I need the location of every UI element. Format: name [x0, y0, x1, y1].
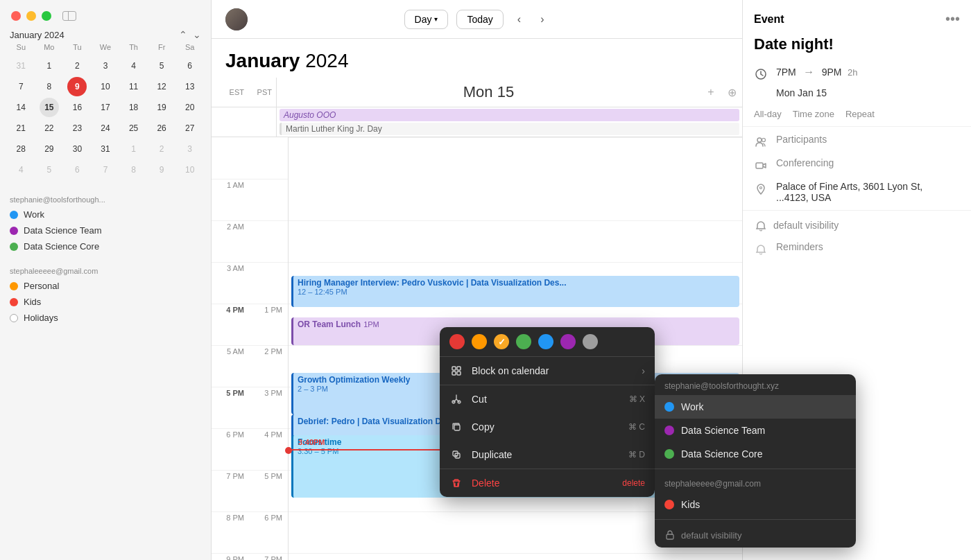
mini-day-7[interactable]: 7: [11, 77, 31, 96]
mini-day-5-next[interactable]: 5: [40, 160, 59, 180]
mini-day-9-today[interactable]: 9: [67, 77, 87, 96]
time-slot-2am: 2 AM: [212, 220, 250, 262]
mini-day-20[interactable]: 20: [180, 98, 200, 117]
mini-day-3[interactable]: 3: [96, 56, 115, 76]
color-yellow[interactable]: [494, 334, 509, 349]
mini-cal-next[interactable]: ⌄: [193, 29, 201, 40]
next-button[interactable]: ›: [535, 10, 549, 28]
mini-day-26[interactable]: 26: [152, 119, 171, 138]
mini-day-30[interactable]: 30: [67, 139, 87, 159]
sm-data-science-core[interactable]: Data Science Core: [655, 442, 856, 466]
rp-timezone-action[interactable]: Time zone: [793, 109, 834, 119]
rp-more-button[interactable]: •••: [945, 11, 960, 27]
day-number: Mon 15: [277, 83, 701, 101]
sm-dsc-label: Data Science Core: [681, 448, 763, 460]
mini-cal-prev[interactable]: ⌃: [179, 29, 187, 40]
rp-date-row: Mon Jan 15: [743, 85, 971, 105]
cm-block-calendar[interactable]: Block on calendar ›: [440, 357, 655, 385]
color-gray[interactable]: [583, 334, 598, 349]
mini-day-3-next[interactable]: 3: [180, 139, 200, 159]
rp-participants-row: Participants: [743, 130, 971, 153]
color-blue[interactable]: [538, 334, 553, 349]
sm-work-dot: [664, 402, 674, 412]
mini-day-25[interactable]: 25: [124, 119, 144, 138]
maximize-button[interactable]: [42, 11, 51, 21]
mini-day-2[interactable]: 2: [67, 56, 87, 76]
mini-day-4-next[interactable]: 4: [11, 160, 31, 180]
color-green[interactable]: [516, 334, 531, 349]
close-button[interactable]: [11, 11, 21, 21]
rp-allday-action[interactable]: All-day: [754, 109, 782, 119]
sm-work[interactable]: Work: [655, 395, 856, 419]
mlk-event[interactable]: Martin Luther King Jr. Day: [280, 123, 739, 135]
today-button[interactable]: Today: [456, 10, 503, 29]
mini-day-18[interactable]: 18: [124, 98, 144, 117]
rp-divider-1: [743, 126, 971, 127]
mini-day-15-selected[interactable]: 15: [40, 98, 59, 117]
pst-slot-12am: [250, 137, 288, 179]
mini-day-23[interactable]: 23: [67, 119, 87, 138]
mini-day-29[interactable]: 29: [40, 139, 59, 159]
event-hiring-interview[interactable]: Hiring Manager Interview: Pedro Vuskovic…: [291, 276, 739, 307]
mini-day-5[interactable]: 5: [152, 56, 171, 76]
split-view-button[interactable]: [62, 11, 76, 21]
month-label: January: [225, 50, 300, 71]
mini-day-10-next[interactable]: 10: [180, 160, 200, 180]
calendar-personal[interactable]: Personal: [0, 278, 211, 294]
year-label: 2024: [305, 50, 348, 71]
mini-day-9-next[interactable]: 9: [152, 160, 171, 180]
mini-day-21[interactable]: 21: [11, 119, 31, 138]
mini-day-12[interactable]: 12: [152, 77, 171, 96]
color-purple[interactable]: [560, 334, 576, 349]
rp-repeat-action[interactable]: Repeat: [845, 109, 875, 119]
day-header-mo: Mo: [35, 42, 64, 53]
mini-day-19[interactable]: 19: [152, 98, 171, 117]
mini-day-31[interactable]: 31: [96, 139, 115, 159]
mini-day-1-next[interactable]: 1: [124, 139, 144, 159]
mini-day-22[interactable]: 22: [40, 119, 59, 138]
cm-duplicate[interactable]: Duplicate ⌘ D: [440, 441, 655, 469]
calendar-data-science-core[interactable]: Data Science Core: [0, 238, 211, 254]
mini-day-2-next[interactable]: 2: [152, 139, 171, 159]
calendar-data-science-team[interactable]: Data Science Team: [0, 222, 211, 238]
mini-day-10[interactable]: 10: [96, 77, 115, 96]
view-selector[interactable]: Day ▾: [404, 10, 449, 29]
prev-button[interactable]: ‹: [512, 10, 526, 28]
calendar-work[interactable]: Work: [0, 207, 211, 222]
cm-copy-shortcut: ⌘ C: [628, 422, 645, 432]
sm-account1-label: stephanie@toolsforthought.xyz: [655, 374, 856, 395]
mini-day-31-prev[interactable]: 31: [11, 56, 31, 76]
cm-delete[interactable]: Delete delete: [440, 469, 655, 497]
calendar-kids[interactable]: Kids: [0, 294, 211, 310]
cm-cut[interactable]: Cut ⌘ X: [440, 385, 655, 413]
mini-day-6[interactable]: 6: [180, 56, 200, 76]
mini-day-14[interactable]: 14: [11, 98, 31, 117]
mini-day-8-next[interactable]: 8: [124, 160, 144, 180]
cm-copy[interactable]: Copy ⌘ C: [440, 413, 655, 441]
mini-day-27[interactable]: 27: [180, 119, 200, 138]
calendar-holidays[interactable]: Holidays: [0, 310, 211, 326]
mini-day-28[interactable]: 28: [11, 139, 31, 159]
mini-day-11[interactable]: 11: [124, 77, 144, 96]
mini-day-17[interactable]: 17: [96, 98, 115, 117]
rp-time-arrow: →: [803, 66, 817, 78]
mini-day-4[interactable]: 4: [124, 56, 144, 76]
mini-day-1[interactable]: 1: [40, 56, 59, 76]
sm-kids[interactable]: Kids: [655, 493, 856, 516]
mini-day-13[interactable]: 13: [180, 77, 200, 96]
current-time-label: 3:40PM: [298, 438, 325, 446]
sm-data-science-team[interactable]: Data Science Team: [655, 419, 856, 442]
more-icon[interactable]: ⊕: [721, 86, 742, 99]
augusto-ooo-event[interactable]: Augusto OOO: [280, 109, 739, 121]
user-avatar[interactable]: [225, 8, 248, 30]
plus-icon[interactable]: +: [701, 86, 721, 98]
minimize-button[interactable]: [26, 11, 36, 21]
pst-slot-1am: [250, 179, 288, 220]
mini-day-7-next[interactable]: 7: [96, 160, 115, 180]
color-orange[interactable]: [472, 334, 487, 349]
mini-day-8[interactable]: 8: [40, 77, 59, 96]
mini-day-6-next[interactable]: 6: [67, 160, 87, 180]
color-red[interactable]: [449, 334, 465, 349]
mini-day-24[interactable]: 24: [96, 119, 115, 138]
mini-day-16[interactable]: 16: [67, 98, 87, 117]
